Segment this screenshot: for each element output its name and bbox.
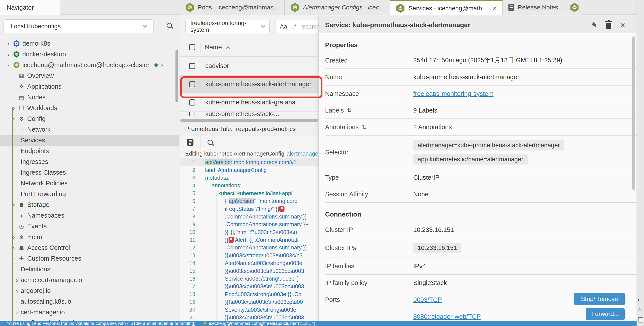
row-checkbox[interactable] bbox=[189, 112, 195, 116]
indent-guide bbox=[207, 185, 207, 326]
sidebar-item-cert-manager-io[interactable]: ›cert-manager.io bbox=[0, 307, 180, 318]
port-link[interactable]: 8080:reloader-web/TCP bbox=[413, 313, 481, 320]
editor-search-icon[interactable] bbox=[208, 140, 213, 145]
kubeconfig-select[interactable]: Local Kubeconfigs bbox=[4, 19, 154, 33]
sort-toggle-icon[interactable]: ⇅ bbox=[347, 107, 352, 114]
chevron-right-icon[interactable]: › bbox=[14, 277, 20, 283]
property-row-created: Created254d 17h 50m ago (2025年1月13日 GMT+… bbox=[325, 52, 636, 69]
sidebar-item-nodes[interactable]: ▤Nodes bbox=[0, 92, 180, 103]
save-icon[interactable] bbox=[187, 139, 194, 146]
tab-a[interactable]: ☸A bbox=[564, 0, 582, 15]
sidebar-item-ingresses[interactable]: Ingresses bbox=[0, 156, 180, 167]
delete-icon[interactable] bbox=[606, 23, 611, 29]
port-link[interactable]: 9093/TCP bbox=[413, 296, 481, 304]
code-text: apiVersion: monitoring.coreos.com/v1 bbox=[205, 159, 296, 166]
sidebar-item-workloads[interactable]: ›❐Workloads bbox=[0, 103, 180, 114]
code-text: }} Alert: {{ .CommonAnnotati bbox=[205, 237, 298, 243]
tab-close-icon[interactable]: × bbox=[493, 4, 497, 12]
sidebar-item-docker-desktop[interactable]: ›☸docker-desktop bbox=[0, 49, 180, 60]
tab-services-icecheng-math-[interactable]: ☸Services - icecheng@math...× bbox=[390, 0, 503, 15]
sidebar-item-ingress-classes[interactable]: Ingress Classes bbox=[0, 167, 180, 178]
chevron-right-icon[interactable]: › bbox=[14, 288, 20, 294]
regex-icon[interactable]: .* bbox=[292, 23, 296, 30]
property-value: IPv4 bbox=[413, 262, 426, 270]
code-token: : bbox=[215, 167, 218, 173]
sidebar-item-label: Workloads bbox=[27, 104, 57, 112]
namespace-link[interactable]: freeleaps-monitoring-system bbox=[413, 90, 494, 97]
code-token: monitoring.coreos.com/v1 bbox=[234, 159, 296, 165]
code-text: kubectl.kubernetes.io/last-appli bbox=[205, 190, 294, 196]
sidebar-item-namespaces[interactable]: ◈Namespaces bbox=[0, 210, 180, 221]
chevron-left-icon[interactable]: ‹ bbox=[638, 296, 640, 303]
chevron-right-icon[interactable]: › bbox=[6, 41, 12, 46]
sidebar-item-endpoints[interactable]: Endpoints bbox=[0, 146, 180, 156]
code-token: }}\u003c/p\u003e\n\u003cp\u003 bbox=[225, 268, 304, 274]
sidebar-item-configuration-konghq-com[interactable]: ›configuration.konghq.com bbox=[0, 318, 180, 321]
close-icon[interactable]: × bbox=[620, 22, 625, 28]
sidebar-item-applications[interactable]: ❖Applications bbox=[0, 81, 180, 92]
sort-asc-icon[interactable] bbox=[226, 46, 230, 50]
tab-alertmanager-configs-icec-[interactable]: ☸Alertmanager Configs - icec... bbox=[285, 0, 390, 15]
sidebar-item-network[interactable]: ›↑↓Network bbox=[0, 124, 180, 135]
sidebar-item-network-policies[interactable]: Network Policies bbox=[0, 178, 180, 189]
sidebar-item-demo-k8s[interactable]: ›☸demo-k8s bbox=[0, 38, 180, 49]
horizontal-scrollbar[interactable] bbox=[180, 119, 318, 122]
lens-app-window: Navigator ☸Pods - icecheng@mathmas...☸Al… bbox=[0, 0, 644, 326]
tab-release-notes[interactable]: Release Notes bbox=[503, 0, 564, 15]
row-checkbox[interactable] bbox=[189, 63, 195, 69]
editing-resource-link[interactable]: alertmanager bbox=[286, 150, 320, 157]
forward-button[interactable]: Forward... bbox=[586, 308, 625, 320]
chevron-right-icon[interactable]: › bbox=[14, 310, 20, 315]
sidebar-item-argoproj-io[interactable]: ›argoproj.io bbox=[0, 286, 180, 296]
chevron-right-icon[interactable]: › bbox=[11, 116, 17, 122]
sidebar-item-label: cert-manager.io bbox=[20, 309, 65, 316]
namespace-select[interactable]: freeleaps-monitoring-system bbox=[185, 20, 270, 33]
stop-remove-button[interactable]: Stop/Remove bbox=[574, 293, 625, 306]
sidebar-scrollbar[interactable] bbox=[176, 50, 178, 102]
sidebar-item-config[interactable]: ›⚙Config bbox=[0, 114, 180, 124]
chevron-down-icon[interactable]: › bbox=[11, 127, 17, 132]
code-token: if eq .Status \"firing\" }} bbox=[225, 206, 279, 212]
code-token: Service:\u003c/strong\u003e {- bbox=[225, 276, 300, 282]
sidebar-item-definitions[interactable]: Definitions bbox=[0, 264, 180, 275]
column-header-name[interactable]: Name bbox=[205, 44, 222, 51]
dock-tab-title: PrometheusRule: freepeals-prod-metrics bbox=[185, 126, 296, 132]
code-token: AlertName:\u003c/strong\u003e bbox=[225, 260, 302, 266]
select-all-checkbox[interactable] bbox=[189, 44, 195, 50]
cluster-tree: ›☸demo-k8s›☸docker-desktop›☸icecheng@mat… bbox=[0, 38, 180, 321]
sidebar-item-overview[interactable]: ▦Overview bbox=[0, 70, 180, 81]
tab-pods-icecheng-mathmas-[interactable]: ☸Pods - icecheng@mathmas... bbox=[180, 0, 285, 15]
chevron-right-icon[interactable]: › bbox=[11, 105, 17, 111]
sidebar-item-port-forwarding[interactable]: Port Forwarding bbox=[0, 189, 180, 200]
chevron-right-icon[interactable]: › bbox=[161, 62, 163, 68]
edit-icon[interactable]: ✎ bbox=[591, 21, 597, 29]
sidebar-item-access-control[interactable]: ›☗Access Control bbox=[0, 242, 180, 253]
match-case-icon[interactable]: Aa bbox=[280, 23, 287, 30]
code-token: Alert: {{ .CommonAnnotati bbox=[234, 237, 298, 243]
chevron-right-icon[interactable]: › bbox=[14, 299, 20, 304]
sidebar-item-label: Definitions bbox=[20, 266, 50, 273]
annotation-highlight-box bbox=[180, 76, 322, 98]
chevron-down-icon[interactable]: › bbox=[6, 62, 12, 68]
search-icon[interactable] bbox=[167, 23, 172, 28]
code-text: Service:\u003c/strong\u003e {- bbox=[205, 276, 300, 282]
cluster-status[interactable]: ☸ icecheng@mathmast.com@freeleaps-cluste… bbox=[203, 321, 315, 326]
sidebar-item-helm[interactable]: ›⎈Helm bbox=[0, 232, 180, 242]
kubeconfig-select-value: Local Kubeconfigs bbox=[10, 23, 61, 30]
chevron-right-icon[interactable]: › bbox=[11, 245, 17, 251]
sidebar-item-events[interactable]: ◷Events bbox=[0, 221, 180, 232]
chevron-right-icon[interactable]: › bbox=[11, 202, 17, 208]
sort-toggle-icon[interactable]: ⇅ bbox=[362, 124, 366, 130]
chevron-down-icon[interactable]: › bbox=[11, 256, 17, 262]
sidebar-item-storage[interactable]: ›≣Storage bbox=[0, 200, 180, 210]
chevron-right-icon[interactable]: › bbox=[11, 234, 17, 240]
sidebar-item-icecheng-mathmast-com-freeleaps-cluster[interactable]: ›☸icecheng@mathmast.com@freeleaps-cluste… bbox=[0, 60, 180, 70]
panel-scrollbar[interactable] bbox=[632, 36, 635, 190]
sidebar-item-custom-resources[interactable]: ›✚Custom Resources bbox=[0, 253, 180, 264]
sidebar-item-autoscaling-k8s-io[interactable]: ›autoscaling.k8s.io bbox=[0, 296, 180, 307]
sidebar-item-acme-cert-manager-io[interactable]: ›acme.cert-manager.io bbox=[0, 275, 180, 286]
chevron-right-icon[interactable]: › bbox=[6, 52, 12, 57]
property-row-ip-families: IP familiesIPv4 bbox=[325, 258, 636, 275]
sidebar-item-services[interactable]: Services bbox=[0, 135, 180, 146]
row-checkbox[interactable] bbox=[189, 100, 195, 106]
